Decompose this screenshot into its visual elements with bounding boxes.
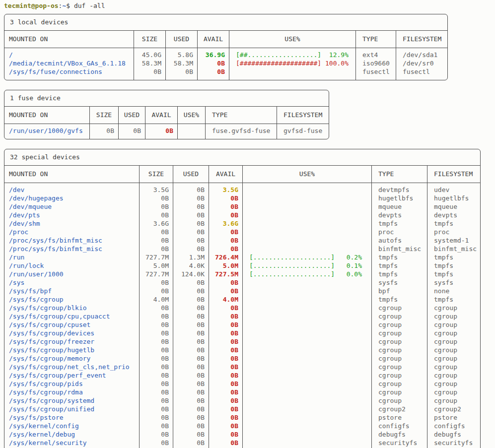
table-grid: MOUNTED ONSIZEUSEDAVAILUSE%TYPEFILESYSTE… [4, 31, 447, 80]
mount-cell: /run/user/1000/gvfs [4, 124, 90, 139]
column-header-mounted-on: MOUNTED ON [4, 107, 90, 124]
mount-cell: /dev/shm [4, 219, 140, 228]
fs-cell: cgroup [427, 371, 480, 380]
used-cell: 0B [173, 380, 209, 388]
use-cell [243, 405, 372, 413]
mount-cell: /sys [4, 278, 140, 287]
type-cell: cgroup [372, 380, 427, 388]
avail-cell: 0B [145, 124, 178, 139]
use-cell [243, 202, 372, 211]
prompt-line: tecmint@pop-os:~$ duf -all [4, 1, 495, 10]
mount-cell: /sys/fs/pstore [4, 413, 140, 422]
used-cell: 0B [173, 413, 209, 422]
mount-cell: /run/user/1000 [4, 270, 140, 278]
size-cell: 0B [140, 346, 173, 354]
column-header-avail: AVAIL [209, 166, 243, 183]
size-cell: 0B [140, 405, 173, 413]
avail-cell: 0B [209, 346, 243, 354]
used-cell: 0B [173, 287, 209, 295]
fs-cell: tmpfs [427, 261, 480, 270]
mount-cell: /sys/kernel/security [4, 439, 140, 448]
avail-cell: 0B [209, 211, 243, 219]
used-cell: 0B [173, 312, 209, 320]
size-cell: 0B [140, 312, 173, 320]
avail-cell: 3.5G [209, 183, 243, 194]
type-cell: mqueue [372, 202, 427, 211]
size-cell: 0B [140, 388, 173, 396]
avail-cell: 0B [209, 320, 243, 329]
used-cell: 0B [173, 337, 209, 346]
avail-cell: 0B [209, 228, 243, 236]
use-cell [243, 329, 372, 337]
fs-cell: cgroup [427, 396, 480, 405]
used-cell: 0B [173, 354, 209, 363]
used-cell: 0B [173, 219, 209, 228]
size-cell: 0B [140, 337, 173, 346]
used-cell: 58.3M [166, 59, 198, 67]
avail-cell: 0B [209, 422, 243, 430]
avail-cell: 0B [209, 396, 243, 405]
column-header-avail: AVAIL [145, 107, 178, 124]
avail-cell: 0B [209, 439, 243, 448]
mount-cell: /sys/fs/cgroup/systemd [4, 396, 140, 405]
used-cell: 4.0K [173, 261, 209, 270]
column-header-size: SIZE [90, 107, 119, 124]
column-header-use-: USE% [243, 166, 372, 183]
prompt-space [70, 2, 74, 9]
size-cell: 0B [90, 124, 119, 139]
fs-cell: cgroup [427, 337, 480, 346]
mount-cell: /sys/fs/cgroup/cpuset [4, 320, 140, 329]
fs-cell: securityfs [427, 439, 480, 448]
avail-cell: 0B [209, 380, 243, 388]
use-cell [243, 295, 372, 304]
used-cell: 0B [173, 329, 209, 337]
use-cell [243, 371, 372, 380]
mount-cell: /run/lock [4, 261, 140, 270]
column-header-used: USED [173, 166, 209, 183]
column-header-type: TYPE [372, 166, 427, 183]
fs-cell: cgroup [427, 354, 480, 363]
type-cell: tmpfs [372, 295, 427, 304]
size-cell: 727.7M [140, 270, 173, 278]
use-cell: [....................] 0.1% [243, 261, 372, 270]
mount-cell: /run [4, 253, 140, 261]
use-cell [243, 312, 372, 320]
mount-cell: /dev/pts [4, 211, 140, 219]
used-cell: 0B [173, 363, 209, 371]
type-cell: cgroup [372, 388, 427, 396]
size-cell: 0B [140, 320, 173, 329]
terminal-window[interactable]: tecmint@pop-os:~$ duf -all 3 local devic… [0, 0, 495, 448]
fs-cell: tmpfs [427, 219, 480, 228]
fs-cell: cgroup [427, 363, 480, 371]
size-cell: 3.6G [140, 219, 173, 228]
avail-cell: 0B [198, 67, 229, 80]
table-title: 32 special devices [4, 149, 480, 166]
fs-cell: tmpfs [427, 253, 480, 261]
avail-cell: 0B [209, 329, 243, 337]
fs-cell: proc [427, 228, 480, 236]
type-cell: devtmpfs [372, 183, 427, 194]
avail-cell: 5.0M [209, 261, 243, 270]
avail-cell: 0B [209, 337, 243, 346]
used-cell: 124.0K [173, 270, 209, 278]
mount-cell: /sys/fs/cgroup/hugetlb [4, 346, 140, 354]
used-cell: 0B [166, 67, 198, 80]
fs-cell: cgroup [427, 329, 480, 337]
used-cell: 1.3M [173, 253, 209, 261]
mount-cell: /dev/hugepages [4, 194, 140, 202]
column-header-use-: USE% [178, 107, 206, 124]
mount-cell: /dev/mqueue [4, 202, 140, 211]
size-cell: 727.7M [140, 253, 173, 261]
use-cell [229, 67, 356, 80]
mount-cell: /sys/fs/cgroup/net_cls,net_prio [4, 363, 140, 371]
mount-cell: /sys/fs/bpf [4, 287, 140, 295]
use-cell [243, 363, 372, 371]
mount-cell: /sys/fs/cgroup/memory [4, 354, 140, 363]
fs-cell: cgroup [427, 304, 480, 312]
size-cell: 3.5G [140, 183, 173, 194]
type-cell: cgroup [372, 337, 427, 346]
use-cell [243, 245, 372, 253]
mount-cell: /sys/fs/cgroup/blkio [4, 304, 140, 312]
size-cell: 0B [140, 329, 173, 337]
size-cell: 0B [140, 396, 173, 405]
